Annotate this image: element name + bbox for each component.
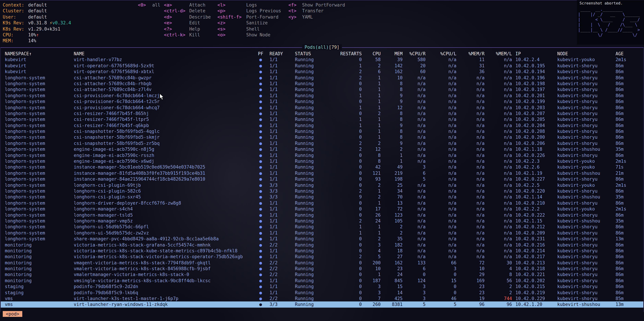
cluster-info-line-cluster: Cluster:default	[3, 8, 71, 14]
table-row[interactable]: monitoringvictoria-metrics-k8s-stack-vic…	[1, 254, 643, 260]
table-cell: n/a	[426, 224, 456, 230]
table-row[interactable]: longhorn-systemshare-manager-pvc-4bbd842…	[1, 236, 643, 242]
table-row[interactable]: longhorn-systemcsi-resizer-7466f7b45f-86…	[1, 111, 643, 117]
table-row[interactable]: longhorn-systemcsi-snapshotter-58bf69fbd…	[1, 134, 643, 140]
table-cell: 10.42.1.19	[512, 170, 557, 176]
table-cell: longhorn-system	[1, 230, 74, 236]
table-cell: Running	[292, 81, 331, 87]
table-cell: n/a	[402, 212, 426, 218]
table-row[interactable]: longhorn-systemcsi-attacher-57689cc84b-z…	[1, 87, 643, 93]
table-cell: 200	[362, 260, 381, 266]
status-dot-icon: ●	[254, 242, 268, 248]
table-cell: longhorn-system	[1, 224, 74, 230]
table-row[interactable]: longhorn-systemcsi-provisioner-6c78dcb66…	[1, 93, 643, 99]
status-dot-icon: ●	[254, 128, 268, 134]
table-row[interactable]: kubevirtvirt-handler-v77bz●1/1Running058…	[1, 57, 643, 63]
table-cell: 10.42.0.217	[512, 254, 557, 260]
table-cell: 8381	[381, 301, 402, 307]
table-row[interactable]: longhorn-systemlonghorn-csi-plugin-582c6…	[1, 188, 643, 194]
table-row[interactable]: monitoringvmagent-victoria-metrics-k8s-s…	[1, 260, 643, 266]
table-row[interactable]: longhorn-systemlonghorn-driver-deployer-…	[1, 200, 643, 206]
table-cell: n/a	[484, 236, 512, 242]
table-cell: n/a	[456, 128, 484, 134]
table-cell: 580	[402, 57, 426, 63]
table-row[interactable]: longhorn-systemcsi-snapshotter-58bf69fbd…	[1, 140, 643, 146]
table-row[interactable]: longhorn-systemlonghorn-manager-tsld5●1/…	[1, 212, 643, 218]
table-cell: longhorn-system	[1, 182, 74, 188]
table-row[interactable]: longhorn-systemlonghorn-ui-56d9b575dc-zw…	[1, 230, 643, 236]
table-cell: 121	[362, 170, 381, 176]
status-dot-icon: ●	[254, 283, 268, 289]
table-row[interactable]: monitoringvmsingle-victoria-metrics-k8s-…	[1, 278, 643, 284]
table-cell: virt-operator-6776f5689d-xbtxl	[74, 69, 254, 75]
table-cell: Running	[292, 69, 331, 75]
table-cell: n/a	[402, 254, 426, 260]
table-cell: longhorn-system	[1, 158, 74, 164]
table-cell: n/a	[484, 140, 512, 146]
table-cell: 0	[331, 242, 362, 248]
table-cell: 9	[381, 93, 402, 99]
table-cell: 10.42.0.208	[512, 128, 557, 134]
table-row[interactable]: longhorn-systemengine-image-ei-acb7590c-…	[1, 158, 643, 164]
breadcrumb-pod[interactable]: <pod>	[3, 311, 22, 317]
menu-label: Logs	[246, 3, 257, 8]
column-header-age: AGE	[616, 51, 642, 57]
table-cell: n/a	[402, 152, 426, 158]
table-cell: 1/1	[268, 248, 292, 254]
table-row[interactable]: monitoringvictoria-metrics-k8s-stack-kub…	[1, 248, 643, 254]
table-row[interactable]: kubevirtvirt-operator-6776f5689d-xbtxl●1…	[1, 69, 643, 75]
table-row[interactable]: longhorn-systemlonghorn-csi-plugin-sxr45…	[1, 194, 643, 200]
table-row[interactable]: longhorn-systeminstance-manager-81fd5a40…	[1, 170, 643, 176]
table-cell: Running	[292, 301, 331, 307]
table-cell: 10.42.0.204	[512, 122, 557, 128]
table-row[interactable]: longhorn-systemlonghorn-csi-plugin-69tjb…	[1, 182, 643, 188]
table-row[interactable]: longhorn-systemcsi-attacher-57689cc84b-r…	[1, 81, 643, 87]
menu-label: all	[152, 3, 160, 8]
table-row[interactable]: longhorn-systemcsi-provisioner-6c78dcb66…	[1, 105, 643, 111]
status-dot-icon: ●	[254, 164, 268, 170]
table-cell: 2m1s	[616, 206, 642, 212]
table-cell: n/a	[426, 57, 456, 63]
table-row[interactable]: vmsvirt-launcher-ryan-windows-11-zkdqk●3…	[1, 301, 643, 307]
table-cell: 35m	[616, 218, 642, 224]
table-cell: Running	[292, 122, 331, 128]
table-cell: n/a	[484, 188, 512, 194]
table-cell: n/a	[426, 236, 456, 242]
table-row[interactable]: monitoringvmalertmanager-victoria-metric…	[1, 272, 643, 278]
table-cell: n/a	[426, 128, 456, 134]
table-row[interactable]: longhorn-systemlonghorn-manager-vmp5z●1/…	[1, 218, 643, 224]
status-dot-icon: ●	[254, 206, 268, 212]
table-cell: n/a	[456, 242, 484, 248]
table-row[interactable]: longhorn-systemlonghorn-ui-56d9b575dc-66…	[1, 224, 643, 230]
table-cell: 1/1	[268, 75, 292, 81]
table-cell: 1/1	[268, 230, 292, 236]
table-cell: n/a	[426, 230, 456, 236]
table-row[interactable]: stagingpodinfo-79db68f5c9-lkb6q●1/1Runni…	[1, 289, 643, 295]
table-row[interactable]: longhorn-systemcsi-resizer-7466f7b45f-q6…	[1, 122, 643, 128]
table-row[interactable]: longhorn-systemcsi-attacher-57689cc84b-g…	[1, 75, 643, 81]
table-row[interactable]: longhorn-systeminstance-manager-5bc01eeb…	[1, 164, 643, 170]
menu-key: <l>	[218, 2, 244, 8]
table-cell: 0	[331, 301, 362, 307]
table-row[interactable]: longhorn-systemlonghorn-manager-s4ch4●1/…	[1, 206, 643, 212]
table-row[interactable]: longhorn-systemengine-image-ei-acb7590c-…	[1, 152, 643, 158]
table-row[interactable]: longhorn-systeminstance-manager-84ae2159…	[1, 176, 643, 182]
menu-key: <s>	[218, 26, 244, 32]
table-row[interactable]: longhorn-systemcsi-snapshotter-58bf69fbd…	[1, 128, 643, 134]
table-row[interactable]: vmsvirt-launcher-k3s-test-1-master-1-j6p…	[1, 295, 643, 301]
table-cell: 1/1	[268, 236, 292, 242]
table-cell: Running	[292, 128, 331, 134]
table-row[interactable]: kubevirtvirt-operator-6776f5689d-5zx9t●1…	[1, 63, 643, 69]
table-row[interactable]: longhorn-systemengine-image-ei-acb7590c-…	[1, 146, 643, 152]
table-cell: n/a	[484, 111, 512, 117]
table-cell: 10.42.0.229	[512, 295, 557, 301]
table-row[interactable]: longhorn-systemcsi-resizer-7466f7b45f-lt…	[1, 117, 643, 123]
table-row[interactable]: stagingpodinfo-79db68f5c9-2d2dn●1/1Runni…	[1, 283, 643, 289]
table-cell: 0	[402, 272, 426, 278]
table-row[interactable]: monitoringvictoria-metrics-k8s-stack-gra…	[1, 242, 643, 248]
table-cell: n/a	[456, 206, 484, 212]
table-cell: n/a	[426, 206, 456, 212]
table-row[interactable]: monitoringvmalert-victoria-metrics-k8s-s…	[1, 266, 643, 272]
table-row[interactable]: longhorn-systemcsi-provisioner-6c78dcb66…	[1, 99, 643, 105]
table-cell: 31	[456, 63, 484, 69]
